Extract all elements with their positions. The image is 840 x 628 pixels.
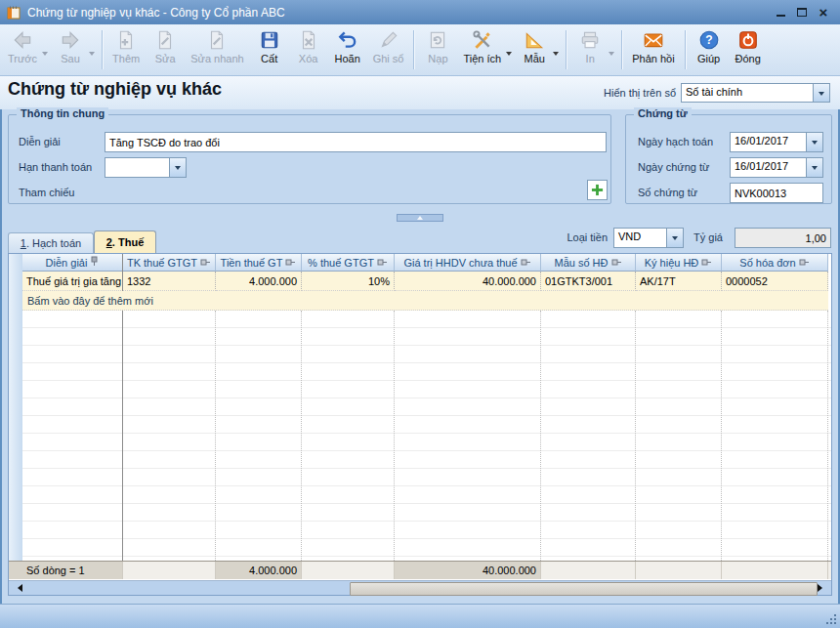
document-legend: Chứng từ: [634, 107, 692, 119]
power-icon: [737, 29, 759, 51]
toolbar-button-label: Ghi sổ: [373, 53, 404, 64]
pin-horizontal-icon[interactable]: [799, 257, 810, 269]
exchange-rate-input: 1,00: [735, 228, 831, 248]
description-input[interactable]: Tăng TSCĐ do trao đổi: [105, 132, 607, 152]
grid-add-new-row[interactable]: Bấm vào đây để thêm mới: [22, 291, 828, 311]
chevron-down-icon[interactable]: [169, 158, 186, 177]
row-indicator-column: [9, 254, 23, 561]
pin-vertical-icon[interactable]: [90, 256, 99, 269]
column-header-1[interactable]: Diễn giải: [22, 254, 123, 272]
page-edit-icon: [154, 29, 176, 51]
footer-cell: [123, 562, 216, 579]
pin-horizontal-icon[interactable]: [611, 257, 622, 269]
column-header-7[interactable]: Ký hiệu HĐ: [636, 254, 722, 272]
pin-horizontal-icon[interactable]: [377, 257, 388, 269]
app-window: Chứng từ nghiệp vụ khác - Công ty Cổ phầ…: [0, 0, 840, 628]
maximize-button[interactable]: [791, 4, 813, 21]
grid-footer-row: Số dòng = 14.000.00040.000.000: [9, 561, 831, 579]
toolbar-button-label: Trước: [8, 53, 37, 64]
chevron-down-icon: [553, 52, 559, 59]
grid-cell[interactable]: Thuế giá trị gia tăng: [22, 272, 123, 291]
tab-thue[interactable]: 2. Thuế: [94, 230, 156, 253]
grid-cell[interactable]: 1332: [123, 272, 216, 291]
arrow-right-icon: [60, 29, 81, 51]
toolbar-button-save[interactable]: Cất: [250, 26, 289, 73]
grid-cell[interactable]: 01GTKT3/001: [541, 272, 636, 291]
column-header-5[interactable]: Giá trị HHDV chưa thuế: [395, 254, 541, 272]
toolbar-button-undo[interactable]: Hoãn: [328, 26, 367, 73]
posting-date-select[interactable]: 16/01/2017: [730, 132, 823, 152]
toolbar-button-close[interactable]: Đóng: [729, 26, 768, 73]
currency-select[interactable]: VND: [613, 228, 684, 248]
window-title: Chứng từ nghiệp vụ khác - Công ty Cổ phầ…: [27, 6, 770, 20]
reference-label: Tham chiếu: [19, 187, 74, 198]
chevron-down-icon: [609, 52, 614, 59]
grid-column-line: [394, 311, 395, 561]
close-button[interactable]: ×: [813, 4, 834, 21]
tab-hach-toan[interactable]: 1. Hạch toán: [8, 232, 94, 253]
titlebar: Chứng từ nghiệp vụ khác - Công ty Cổ phầ…: [0, 0, 840, 24]
display-on-ledger-value: Sổ tài chính: [682, 84, 813, 102]
undo-icon: [337, 29, 358, 51]
chevron-down-icon[interactable]: [806, 158, 822, 177]
doc-date-label: Ngày chứng từ: [638, 161, 709, 173]
grid-header-row: Diễn giảiTK thuế GTGTTiền thuế GT% thuế …: [22, 254, 828, 272]
due-date-select[interactable]: [105, 157, 187, 178]
page-delete-icon: [298, 29, 319, 51]
due-date-label: Hạn thanh toán: [19, 161, 92, 173]
description-label: Diễn giải: [19, 136, 61, 147]
toolbar-separator: [102, 30, 103, 69]
column-header-label: Mẫu số HĐ: [554, 257, 608, 269]
svg-text:?: ?: [705, 33, 712, 47]
display-on-ledger-select[interactable]: Sổ tài chính: [681, 83, 830, 103]
doc-date-select[interactable]: 16/01/2017: [730, 157, 823, 178]
chevron-down-icon[interactable]: [666, 229, 683, 247]
grid-cell[interactable]: 0000052: [722, 272, 828, 291]
toolbar-button-utilities[interactable]: Tiện ích: [457, 26, 515, 73]
collapse-splitter[interactable]: [397, 214, 443, 222]
toolbar-button-template[interactable]: Mẫu: [515, 26, 562, 73]
scroll-right-button[interactable]: [815, 581, 829, 595]
chevron-up-icon: [417, 213, 423, 220]
horizontal-scrollbar[interactable]: [9, 580, 831, 595]
column-header-2[interactable]: TK thuế GTGT: [123, 254, 216, 272]
general-info-legend: Thông tin chung: [17, 107, 108, 119]
resize-grip[interactable]: [824, 612, 836, 624]
toolbar-button-prev: Trước: [2, 26, 51, 73]
column-header-label: Tiền thuế GT: [221, 257, 283, 269]
arrow-left-icon: [12, 29, 33, 51]
pin-horizontal-icon[interactable]: [521, 257, 531, 269]
column-header-6[interactable]: Mẫu số HĐ: [541, 254, 636, 272]
chevron-down-icon[interactable]: [806, 133, 822, 151]
pin-horizontal-icon[interactable]: [701, 257, 712, 269]
page-edit-icon: [206, 29, 228, 51]
currency-label: Loại tiền: [547, 231, 608, 243]
scroll-left-button[interactable]: [11, 581, 25, 595]
add-reference-button[interactable]: [587, 180, 608, 200]
toolbar-button-load: Nạp: [418, 26, 457, 73]
grid-empty-area: [22, 311, 831, 561]
toolbar-button-help[interactable]: ?Giúp: [690, 26, 729, 73]
grid-cell[interactable]: 10%: [302, 272, 395, 291]
grid-cell[interactable]: 4.000.000: [216, 272, 302, 291]
column-header-8[interactable]: Số hóa đơn: [722, 254, 828, 272]
footer-cell: [636, 562, 722, 579]
toolbar-button-feedback[interactable]: Phản hồi: [626, 26, 680, 73]
footer-cell: [302, 562, 395, 579]
grid-cell[interactable]: 40.000.000: [395, 272, 541, 291]
toolbar-separator: [413, 30, 414, 69]
general-info-group: Thông tin chung Diễn giải Tăng TSCĐ do t…: [8, 114, 611, 204]
column-header-label: Giá trị HHDV chưa thuế: [403, 257, 517, 269]
minimize-button[interactable]: [770, 4, 791, 21]
toolbar-button-label: Sửa: [155, 53, 176, 64]
chevron-down-icon[interactable]: [813, 84, 829, 102]
pin-horizontal-icon[interactable]: [200, 257, 211, 269]
column-header-3[interactable]: Tiền thuế GT: [216, 254, 302, 272]
grid-cell[interactable]: AK/17T: [636, 272, 722, 291]
doc-number-input[interactable]: NVK00013: [730, 183, 823, 203]
scrollbar-thumb[interactable]: [350, 582, 818, 596]
chevron-down-icon: [42, 52, 48, 59]
column-header-4[interactable]: % thuế GTGT: [302, 254, 395, 272]
pin-horizontal-icon[interactable]: [285, 257, 296, 269]
toolbar-button-label: Sửa nhanh: [190, 53, 243, 64]
